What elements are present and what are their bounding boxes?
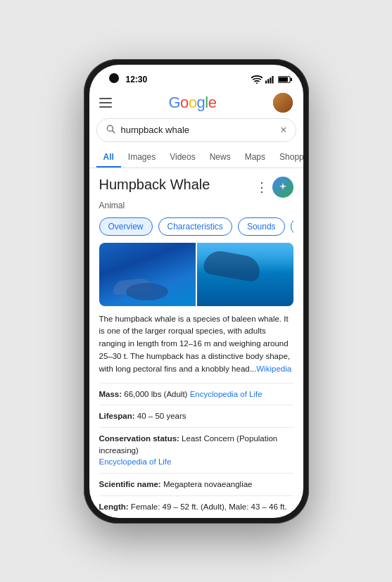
- fact-scientific-name: Scientific name: Megaptera novaeangliae: [99, 473, 293, 495]
- facts-list: Mass: 66,000 lbs (Adult) Encyclopedia of…: [99, 383, 293, 514]
- fact-mass-value: 66,000 lbs (Adult): [124, 390, 189, 398]
- svg-rect-1: [265, 80, 267, 83]
- card-actions: ⋮: [255, 177, 293, 198]
- tab-maps[interactable]: Maps: [238, 148, 272, 167]
- search-bar[interactable]: humpback whale ×: [96, 118, 296, 142]
- wifi-icon: [251, 75, 263, 84]
- pill-characteristics[interactable]: Characteristics: [158, 217, 232, 236]
- assistant-icon: [277, 182, 289, 193]
- svg-rect-7: [290, 77, 291, 80]
- card-subtitle: Animal: [99, 201, 293, 210]
- tab-all[interactable]: All: [96, 148, 121, 167]
- whale-images[interactable]: [99, 243, 293, 306]
- logo-g2: g: [197, 94, 206, 111]
- logo-o1: o: [180, 94, 189, 111]
- tab-images[interactable]: Images: [121, 148, 163, 167]
- filter-pills: Overview Characteristics Sounds Videos: [99, 217, 293, 236]
- search-icon: [106, 124, 115, 136]
- assistant-button[interactable]: [272, 177, 293, 198]
- svg-rect-3: [270, 77, 271, 83]
- fact-conservation-link[interactable]: Encyclopedia of Life: [99, 457, 172, 466]
- knowledge-card: Humpback Whale ⋮ Animal Overview Char: [89, 168, 303, 514]
- card-header: Humpback Whale ⋮: [99, 177, 293, 198]
- fact-scientific-label: Scientific name:: [99, 480, 161, 488]
- fact-mass-link[interactable]: Encyclopedia of Life: [190, 390, 263, 398]
- phone-screen: 12:30: [89, 65, 303, 518]
- card-description: The humpback whale is a species of balee…: [99, 313, 293, 376]
- logo-o2: o: [189, 94, 197, 111]
- pill-sounds[interactable]: Sounds: [238, 217, 285, 236]
- nav-tabs: All Images Videos News Maps Shopping: [89, 148, 303, 168]
- google-logo: Google: [168, 94, 216, 112]
- phone-frame: 12:30: [84, 59, 309, 524]
- tab-shopping[interactable]: Shopping: [272, 148, 303, 167]
- fact-conservation-label: Conservation status:: [99, 434, 179, 443]
- fact-length-label: Length:: [99, 502, 129, 511]
- signal-icon: [265, 75, 275, 84]
- fact-lifespan: Lifespan: 40 – 50 years: [99, 405, 293, 427]
- search-query: humpback whale: [121, 125, 275, 135]
- svg-rect-6: [279, 77, 288, 81]
- google-header: Google: [89, 89, 303, 118]
- whale-image-1: [99, 243, 196, 306]
- menu-button[interactable]: [99, 98, 112, 108]
- status-bar: 12:30: [89, 65, 303, 89]
- wikipedia-link[interactable]: Wikipedia: [256, 365, 291, 373]
- avatar[interactable]: [273, 93, 293, 113]
- status-icons: [251, 75, 292, 84]
- tab-videos[interactable]: Videos: [163, 148, 202, 167]
- clear-search-button[interactable]: ×: [280, 124, 286, 137]
- pill-overview[interactable]: Overview: [99, 217, 153, 236]
- fact-lifespan-label: Lifespan:: [99, 412, 135, 420]
- battery-icon: [278, 75, 292, 84]
- more-options-button[interactable]: ⋮: [255, 179, 268, 195]
- svg-rect-2: [267, 79, 269, 83]
- logo-e: e: [208, 94, 217, 111]
- avatar-image: [273, 93, 293, 113]
- svg-point-0: [256, 82, 258, 84]
- camera-hole: [109, 73, 119, 83]
- status-time: 12:30: [126, 75, 148, 84]
- fact-scientific-value: Megaptera novaeangliae: [163, 480, 253, 488]
- fact-mass-label: Mass:: [99, 390, 122, 398]
- svg-rect-4: [272, 76, 273, 84]
- logo-g: G: [168, 94, 180, 111]
- fact-conservation: Conservation status: Least Concern (Popu…: [99, 427, 293, 473]
- fact-length: Length: Female: 49 – 52 ft. (Adult), Mal…: [99, 495, 293, 514]
- tab-news[interactable]: News: [203, 148, 238, 167]
- card-title: Humpback Whale: [99, 177, 210, 193]
- fact-mass: Mass: 66,000 lbs (Adult) Encyclopedia of…: [99, 383, 293, 405]
- pill-videos[interactable]: Videos: [291, 217, 293, 236]
- whale-image-2: [197, 243, 293, 306]
- screen-content: Google humpback whale × All: [89, 89, 303, 514]
- fact-lifespan-value: 40 – 50 years: [137, 412, 186, 420]
- svg-line-9: [112, 131, 114, 133]
